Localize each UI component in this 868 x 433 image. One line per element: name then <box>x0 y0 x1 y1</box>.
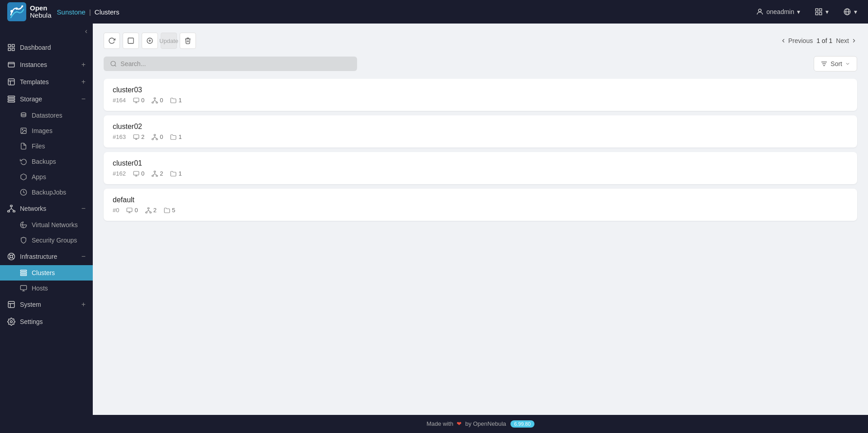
search-box[interactable] <box>104 57 357 71</box>
sidebar-item-infrastructure[interactable]: Infrastructure − <box>0 248 93 265</box>
vnet-icon <box>145 207 152 214</box>
select-all-button[interactable] <box>123 33 139 49</box>
globe-icon <box>843 8 851 16</box>
sidebar-item-dashboard[interactable]: Dashboard <box>0 39 93 56</box>
cluster-card-cluster02[interactable]: cluster02 #163 2 0 <box>104 115 857 148</box>
sidebar-item-hosts[interactable]: Hosts <box>0 281 93 296</box>
language-button[interactable]: ▾ <box>839 6 861 18</box>
sidebar-item-templates[interactable]: Templates + <box>0 73 93 90</box>
svg-rect-78 <box>154 171 156 172</box>
cluster-hosts: 2 <box>133 133 144 140</box>
svg-line-82 <box>153 174 155 176</box>
cluster-datastores: 1 <box>170 170 181 177</box>
chevron-left-icon <box>780 38 787 44</box>
sidebar-collapse[interactable]: ‹ <box>0 24 93 39</box>
grid-icon <box>815 8 823 16</box>
cluster-card-default[interactable]: default #0 0 2 <box>104 189 857 221</box>
sort-button[interactable]: Sort <box>814 56 857 71</box>
sidebar-item-security-groups[interactable]: Security Groups <box>0 233 93 248</box>
sidebar-item-storage[interactable]: Storage − <box>0 90 93 108</box>
update-button[interactable]: Update <box>161 33 177 49</box>
breadcrumb: Sunstone | Clusters <box>57 8 119 16</box>
sidebar-item-datastores[interactable]: Datastores <box>0 108 93 123</box>
datastore-icon <box>164 207 170 214</box>
sidebar-item-backupjobs[interactable]: BackupJobs <box>0 185 93 200</box>
svg-point-52 <box>111 61 115 66</box>
svg-point-26 <box>22 129 23 130</box>
search-icon <box>110 60 117 67</box>
sidebar-item-networks[interactable]: Networks − <box>0 200 93 217</box>
sidebar-item-files[interactable]: Files <box>0 138 93 154</box>
cluster-datastores-count: 1 <box>178 133 181 140</box>
svg-line-74 <box>155 137 157 139</box>
cluster-datastores: 1 <box>170 97 181 104</box>
page-info: 1 of 1 <box>816 37 832 44</box>
instances-expand-icon: + <box>81 61 86 69</box>
create-button[interactable] <box>142 33 158 49</box>
sidebar-item-virtual-networks[interactable]: Virtual Networks <box>0 217 93 233</box>
grid-view-button[interactable]: ▾ <box>811 6 832 18</box>
networks-icon <box>7 205 15 213</box>
host-icon <box>126 207 133 214</box>
cluster-datastores: 5 <box>164 207 175 214</box>
host-icon <box>133 134 139 140</box>
user-menu-button[interactable]: oneadmin ▾ <box>752 6 804 18</box>
svg-rect-15 <box>12 48 14 51</box>
sidebar-item-storage-label: Storage <box>20 95 77 103</box>
cluster-card-cluster03[interactable]: cluster03 #164 0 0 <box>104 79 857 111</box>
svg-point-35 <box>10 255 13 258</box>
sidebar-item-clusters-label: Clusters <box>32 269 55 276</box>
delete-button[interactable] <box>180 33 196 49</box>
sidebar-item-infrastructure-label: Infrastructure <box>20 253 77 260</box>
sidebar-item-datastores-label: Datastores <box>32 112 62 119</box>
cluster-hosts: 0 <box>133 97 144 104</box>
next-label: Next <box>836 37 849 44</box>
system-expand-icon: + <box>81 300 86 309</box>
user-chevron-icon: ▾ <box>797 8 800 15</box>
svg-rect-21 <box>8 96 15 97</box>
svg-line-36 <box>9 254 10 256</box>
svg-rect-22 <box>8 99 15 100</box>
refresh-button[interactable] <box>104 33 120 49</box>
svg-rect-88 <box>145 212 147 213</box>
networks-collapse-icon: − <box>81 205 86 213</box>
collapse-button[interactable]: ‹ <box>85 27 87 35</box>
cluster-card-cluster01[interactable]: cluster01 #162 0 2 <box>104 152 857 184</box>
sidebar-item-system-label: System <box>20 301 77 308</box>
search-input[interactable] <box>120 60 351 67</box>
cluster-datastores-count: 5 <box>172 207 175 214</box>
svg-point-24 <box>21 113 26 114</box>
select-all-icon <box>127 37 134 44</box>
sidebar-item-clusters[interactable]: Clusters <box>0 265 93 281</box>
svg-rect-60 <box>154 98 156 99</box>
sidebar-item-system[interactable]: System + <box>0 296 93 313</box>
logo[interactable]: Open Nebula <box>7 2 52 21</box>
main-content: Update Previous <box>93 24 868 433</box>
sidebar-item-backups[interactable]: Backups <box>0 154 93 169</box>
cluster-datastores-count: 1 <box>178 170 181 177</box>
sidebar-item-backups-label: Backups <box>32 158 56 165</box>
sort-chevron-icon <box>845 61 850 67</box>
svg-rect-66 <box>134 134 139 138</box>
next-page-button[interactable]: Next <box>836 37 857 44</box>
cluster-datastores: 1 <box>170 133 181 140</box>
svg-rect-70 <box>152 138 154 139</box>
previous-page-button[interactable]: Previous <box>780 37 813 44</box>
svg-rect-42 <box>20 274 26 276</box>
svg-rect-18 <box>8 79 14 85</box>
sidebar-item-instances[interactable]: Instances + <box>0 56 93 73</box>
breadcrumb-sunstone[interactable]: Sunstone <box>57 8 86 16</box>
cluster-id: #162 <box>113 170 126 177</box>
pagination: Previous 1 of 1 Next <box>780 37 857 44</box>
user-icon <box>756 8 764 16</box>
cluster-name: default <box>113 196 848 204</box>
svg-rect-62 <box>156 102 158 103</box>
logo-icon <box>7 2 26 21</box>
sidebar-item-images[interactable]: Images <box>0 123 93 138</box>
sidebar-item-settings-label: Settings <box>20 318 86 325</box>
files-icon <box>20 143 27 150</box>
cluster-vnets: 0 <box>152 97 163 104</box>
sidebar-item-apps[interactable]: Apps <box>0 169 93 185</box>
cluster-hosts: 0 <box>126 207 138 214</box>
sidebar-item-settings[interactable]: Settings <box>0 313 93 330</box>
